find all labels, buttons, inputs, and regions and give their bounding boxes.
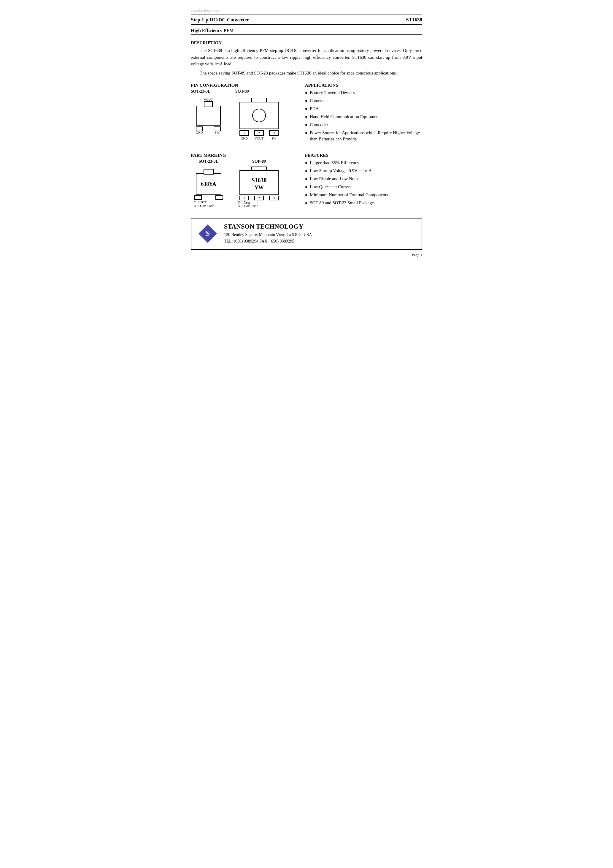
pm-pkg-row: SOT-23-3L 638YA Y：Year A：Day Code: [191, 159, 299, 207]
applications-title: APPLICATIONS: [305, 83, 422, 88]
features-col: FEATURES Larger than 85% Efficiency Low …: [305, 153, 422, 209]
pin-config-title: PIN CONFIGURATION: [191, 83, 299, 88]
subtitle-bar: High Efficiency PFM: [191, 26, 422, 35]
svg-text:3: 3: [273, 131, 275, 135]
svg-rect-22: [216, 195, 223, 200]
svg-rect-3: [214, 127, 220, 131]
company-name: STANSON TECHNOLOGY: [224, 223, 312, 230]
feature-item-2: Low Startup Voltage, 0.9V at 1mA: [305, 168, 422, 174]
feature-item-6: SOT-89 and SOT-23 Small Package: [305, 200, 422, 206]
sot89-svg: 1 2 3 GND VOUT SW: [235, 96, 283, 140]
svg-text:638YA: 638YA: [201, 181, 216, 187]
features-title: FEATURES: [305, 153, 422, 158]
sot89-label: SOT-89: [235, 89, 249, 94]
pin-applications-row: PIN CONFIGURATION SOT-23-3L: [191, 83, 422, 144]
svg-text:1: 1: [243, 131, 245, 135]
pm-sot23-label: SOT-23-3L: [199, 159, 218, 164]
sot23-diagram: VOUT GND SW: [191, 96, 226, 134]
company-logo: S: [197, 223, 218, 244]
features-list: Larger than 85% Efficiency Low Startup V…: [305, 160, 422, 206]
pm-sot23-item: SOT-23-3L 638YA Y：Year A：Day Code: [191, 159, 226, 207]
svg-text:VOUT: VOUT: [255, 136, 264, 140]
feature-item-5: Minimum Number of External Components: [305, 192, 422, 198]
svg-point-9: [252, 109, 266, 122]
svg-rect-2: [196, 127, 203, 131]
sot23-diagram-item: SOT-23-3L VOUT GND SW: [191, 89, 226, 140]
sot89-diagram: 1 2 3 GND VOUT SW: [235, 96, 283, 140]
svg-rect-21: [194, 195, 201, 200]
header-bar: Step-Up DC/DC Converter ST1638: [191, 14, 422, 25]
svg-rect-1: [204, 102, 212, 107]
app-item-5: Camcoder: [305, 122, 422, 128]
subtitle-text: High Efficiency PFM: [191, 28, 234, 33]
svg-text:GND: GND: [196, 130, 203, 134]
part-marking-section: PART MARKING SOT-23-3L 638YA Y：Yea: [191, 153, 422, 209]
description-para1: The ST1638 is a high efficiency PFM step…: [191, 47, 422, 67]
pkg-row: SOT-23-3L VOUT GND SW: [191, 89, 299, 140]
feature-item-3: Low Ripple and Low Noise: [305, 176, 422, 182]
sot89-diagram-item: SOT-89: [235, 89, 283, 140]
app-item-4: Hand Held Communication Equipment: [305, 114, 422, 120]
pm-sot23-svg: 638YA Y：Year A：Day Code: [191, 165, 226, 207]
footer-box: S STANSON TECHNOLOGY 120 Bentley Square,…: [191, 218, 422, 250]
svg-text:2: 2: [258, 131, 260, 135]
part-marking-col: PART MARKING SOT-23-3L 638YA Y：Yea: [191, 153, 299, 209]
svg-text:S: S: [206, 229, 210, 237]
svg-text:2: 2: [258, 196, 260, 200]
sot23-svg: VOUT GND SW: [191, 96, 226, 134]
page-number: Page 1: [191, 253, 422, 257]
app-item-1: Battery Powered Devices: [305, 90, 422, 96]
svg-text:VOUT: VOUT: [204, 98, 213, 101]
product-title: Step-Up DC/DC Converter: [191, 17, 249, 23]
sot23-label: SOT-23-3L: [191, 89, 211, 94]
applications-col: APPLICATIONS Battery Powered Devices Cam…: [305, 83, 422, 144]
pm-sop89-svg: S1638 YW 1 2 3 Y：Year A：Day Code: [235, 165, 283, 207]
footer-info: STANSON TECHNOLOGY 120 Bentley Square, M…: [224, 223, 312, 245]
description-title: DESCRIPTION: [191, 40, 422, 45]
svg-text:GND: GND: [241, 136, 248, 140]
applications-list: Battery Powered Devices Camera PDA Hand …: [305, 90, 422, 142]
company-contact: TEL: (650) 9389294 FAX: (650) 9389295: [224, 238, 312, 245]
feature-item-4: Low Quiescent Current: [305, 184, 422, 190]
pm-sop89-label: SOP-89: [252, 159, 266, 164]
svg-rect-20: [204, 169, 213, 174]
svg-text:A：Day Code: A：Day Code: [238, 204, 258, 207]
app-item-3: PDA: [305, 106, 422, 112]
company-address: 120 Bentley Square, Mountain View, Ca 94…: [224, 231, 312, 238]
svg-text:SW: SW: [215, 130, 220, 134]
svg-text:S1638: S1638: [251, 177, 266, 183]
svg-text:Y：Year: Y：Year: [194, 200, 206, 204]
watermark: www.DataSheet4U.com: [191, 9, 422, 12]
svg-text:YW: YW: [255, 184, 264, 191]
pin-config-col: PIN CONFIGURATION SOT-23-3L: [191, 83, 299, 144]
description-para2: The space saving SOT-89 and SOT-23 packa…: [191, 70, 422, 77]
svg-text:SW: SW: [271, 136, 277, 140]
pm-sop89-item: SOP-89 S1638 YW 1 2: [235, 159, 283, 207]
svg-rect-0: [197, 106, 220, 125]
svg-text:A：Day Code: A：Day Code: [194, 204, 214, 207]
part-marking-title: PART MARKING: [191, 153, 299, 158]
app-item-6: Power Source for Applications which Requ…: [305, 130, 422, 142]
app-item-2: Camera: [305, 98, 422, 104]
description-section: DESCRIPTION The ST1638 is a high efficie…: [191, 40, 422, 76]
feature-item-1: Larger than 85% Efficiency: [305, 160, 422, 166]
part-number: ST1638: [406, 17, 422, 23]
svg-text:3: 3: [273, 196, 275, 200]
svg-text:1: 1: [243, 196, 245, 200]
